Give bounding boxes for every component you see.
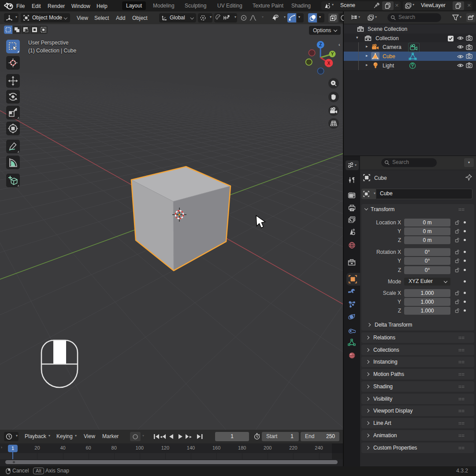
svg-text:X: X [327, 61, 331, 66]
svg-text:Z: Z [319, 42, 322, 47]
svg-text:Y: Y [331, 52, 334, 56]
